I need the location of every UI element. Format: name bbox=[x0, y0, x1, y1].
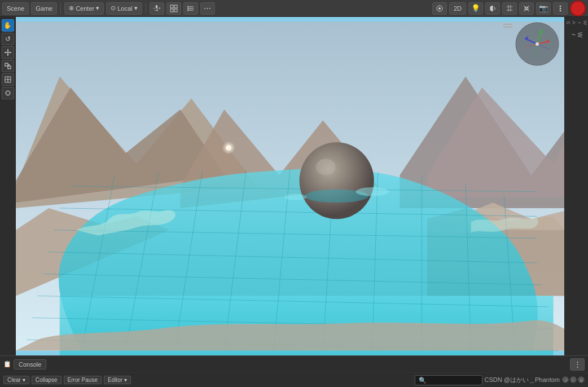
gizmo-overlay[interactable] bbox=[515, 21, 560, 67]
2d-label: 2D bbox=[454, 5, 462, 12]
scene-viewport[interactable] bbox=[16, 17, 564, 355]
svg-point-67 bbox=[222, 141, 235, 154]
svg-point-69 bbox=[284, 194, 306, 201]
dots-icon: ⋯ bbox=[204, 4, 211, 12]
right-panel: RSCWrASDR— Wr bbox=[564, 17, 588, 355]
svg-text:0: 0 bbox=[580, 378, 583, 383]
svg-rect-3 bbox=[174, 9, 177, 12]
svg-point-14 bbox=[560, 6, 561, 7]
svg-rect-24 bbox=[8, 66, 11, 69]
clear-chevron: ▾ bbox=[23, 377, 25, 383]
console-tab[interactable]: Console bbox=[14, 359, 46, 370]
error-pause-label: Error Pause bbox=[68, 377, 98, 383]
scale-tool-button[interactable] bbox=[2, 60, 14, 72]
snap-tool-button[interactable] bbox=[183, 2, 198, 15]
svg-rect-1 bbox=[174, 5, 177, 8]
svg-point-9 bbox=[438, 7, 440, 9]
editor-button[interactable]: Editor ▾ bbox=[104, 376, 131, 384]
console-tab-label: Console bbox=[19, 361, 41, 368]
more-button[interactable] bbox=[553, 2, 568, 15]
scene-tab[interactable]: Scene bbox=[2, 2, 29, 15]
error-pause-button[interactable]: Error Pause bbox=[64, 376, 102, 384]
bottom-bar: Clear ▾ Collapse Error Pause Editor ▾ CS… bbox=[0, 372, 588, 387]
csdn-text: CSDN @はかい＿Phantom bbox=[485, 376, 560, 384]
local-label: Local bbox=[117, 5, 132, 12]
svg-line-11 bbox=[494, 7, 495, 8]
record-button[interactable] bbox=[570, 1, 586, 16]
svg-marker-21 bbox=[5, 52, 6, 54]
clear-button-label: Clear bbox=[7, 377, 21, 383]
svg-marker-22 bbox=[10, 52, 11, 54]
2d-button[interactable]: 2D bbox=[449, 2, 466, 15]
game-tab[interactable]: Game bbox=[31, 2, 57, 15]
local-button[interactable]: ⊙ Local ▾ bbox=[106, 2, 142, 15]
light-button[interactable]: 💡 bbox=[468, 2, 483, 15]
camera-button[interactable]: 📷 bbox=[536, 2, 551, 15]
svg-rect-23 bbox=[5, 63, 8, 66]
main-area: ✋ ↺ bbox=[0, 17, 588, 355]
center-label: Center bbox=[76, 5, 94, 12]
svg-point-80 bbox=[536, 42, 539, 46]
center-button[interactable]: ⊕ Center ▾ bbox=[64, 2, 104, 15]
collapse-label: Collapse bbox=[36, 377, 58, 383]
svg-marker-19 bbox=[7, 49, 8, 51]
transform-tool-button[interactable] bbox=[2, 73, 14, 86]
svg-rect-0 bbox=[170, 5, 173, 8]
svg-point-16 bbox=[560, 10, 561, 11]
console-options-button[interactable]: ⋮ bbox=[570, 358, 585, 371]
effects-button[interactable] bbox=[519, 2, 534, 15]
menu-line-2 bbox=[503, 27, 512, 28]
svg-line-12 bbox=[494, 8, 495, 10]
editor-chevron: ▾ bbox=[124, 377, 127, 383]
left-toolbar: ✋ ↺ bbox=[0, 17, 16, 355]
scene-canvas bbox=[16, 17, 564, 355]
misc-tool-button[interactable] bbox=[2, 87, 14, 99]
svg-marker-20 bbox=[7, 55, 8, 56]
render-button[interactable] bbox=[502, 2, 517, 15]
menu-line-1 bbox=[503, 24, 512, 25]
rotate-tool-button[interactable]: ↺ bbox=[2, 33, 14, 45]
svg-rect-2 bbox=[170, 9, 173, 12]
audio-button[interactable] bbox=[485, 2, 500, 15]
svg-text:!: ! bbox=[572, 378, 573, 383]
local-chevron: ▾ bbox=[134, 5, 138, 12]
scene-menu-button[interactable] bbox=[503, 24, 512, 28]
hand-tool-button[interactable]: ✋ bbox=[2, 19, 14, 32]
toolbar-separator-2 bbox=[146, 3, 146, 14]
scene-tab-label: Scene bbox=[7, 5, 24, 12]
console-search-input[interactable] bbox=[415, 375, 482, 385]
status-icons: ✓ ! 0 bbox=[562, 375, 585, 385]
collapse-button[interactable]: Collapse bbox=[32, 376, 62, 384]
svg-point-68 bbox=[356, 187, 389, 196]
move-tool-btn[interactable] bbox=[2, 46, 14, 59]
svg-point-65 bbox=[316, 159, 336, 175]
right-panel-items: Wr bbox=[571, 32, 583, 37]
svg-marker-10 bbox=[490, 6, 493, 11]
dots-button[interactable]: ⋯ bbox=[200, 2, 215, 15]
local-icon: ⊙ bbox=[111, 5, 116, 12]
game-tab-label: Game bbox=[36, 5, 52, 12]
svg-point-15 bbox=[560, 8, 561, 9]
svg-text:✓: ✓ bbox=[564, 378, 568, 383]
center-chevron: ▾ bbox=[96, 5, 99, 12]
layers-button[interactable] bbox=[432, 2, 447, 15]
editor-label: Editor bbox=[108, 377, 122, 383]
grid-tool-button[interactable] bbox=[166, 2, 181, 15]
svg-point-63 bbox=[300, 142, 374, 219]
toolbar-separator-1 bbox=[60, 3, 61, 14]
move-tool-button[interactable] bbox=[150, 2, 164, 15]
top-toolbar: Scene Game ⊕ Center ▾ ⊙ Local ▾ ⋯ 2D 💡 bbox=[0, 0, 588, 17]
console-bar: 📋 Console ⋮ bbox=[0, 355, 588, 372]
clear-button[interactable]: Clear ▾ bbox=[3, 376, 29, 384]
console-icon: 📋 bbox=[3, 360, 11, 368]
center-icon: ⊕ bbox=[69, 5, 74, 12]
